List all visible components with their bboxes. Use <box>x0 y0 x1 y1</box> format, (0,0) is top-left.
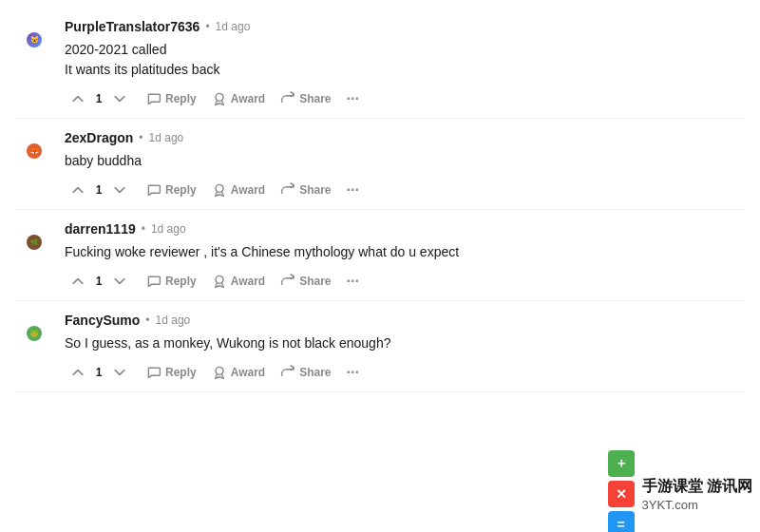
comment-timestamp: 1d ago <box>149 131 184 144</box>
comment-body: darren1119 • 1d ago Fucking woke reviewe… <box>65 221 745 293</box>
dot-separator: • <box>139 131 142 144</box>
award-label: Award <box>231 275 265 288</box>
upvote-button[interactable] <box>65 270 91 293</box>
award-label: Award <box>231 366 265 379</box>
more-button[interactable]: ··· <box>341 362 365 383</box>
comment-username: FancySumo <box>65 313 140 328</box>
comment-username: darren1119 <box>65 221 136 237</box>
reply-label: Reply <box>165 366 197 379</box>
downvote-icon <box>112 274 127 289</box>
award-button[interactable]: Award <box>206 179 271 201</box>
svg-point-5 <box>216 184 223 192</box>
comment-header: 2exDragon • 1d ago <box>65 130 745 145</box>
more-button[interactable]: ··· <box>341 180 365 200</box>
downvote-button[interactable] <box>106 87 133 110</box>
vote-group: 1 <box>65 87 133 110</box>
watermark-icon-close: ✕ <box>608 481 635 507</box>
comment-actions: 1 Reply Award <box>65 87 745 110</box>
svg-text:🐱: 🐱 <box>30 35 39 44</box>
comment-header: FancySumo • 1d ago <box>65 313 745 328</box>
comment-timestamp: 1d ago <box>151 222 186 236</box>
watermark-icon-add: ＋ <box>608 450 635 477</box>
reply-button[interactable]: Reply <box>141 87 202 110</box>
reply-button[interactable]: Reply <box>141 361 202 384</box>
downvote-icon <box>112 182 127 198</box>
upvote-button[interactable] <box>65 361 91 384</box>
upvote-button[interactable] <box>65 179 91 201</box>
watermark-icon-equals: = <box>608 511 635 532</box>
downvote-icon <box>112 91 127 106</box>
more-label: ··· <box>347 273 359 289</box>
comment-avatar: 🐸 <box>15 314 53 352</box>
downvote-button[interactable] <box>106 270 133 293</box>
comment-text: baby buddha <box>65 151 745 171</box>
svg-point-8 <box>216 276 223 283</box>
share-label: Share <box>299 92 331 105</box>
upvote-icon <box>70 274 86 289</box>
comment-avatar: 🦊 <box>15 132 53 170</box>
comment-timestamp: 1d ago <box>156 314 191 327</box>
vote-group: 1 <box>65 361 133 384</box>
vote-count: 1 <box>95 183 103 197</box>
comment-header: darren1119 • 1d ago <box>65 221 745 237</box>
award-button[interactable]: Award <box>206 87 271 110</box>
reply-label: Reply <box>165 275 197 288</box>
share-icon <box>280 182 295 198</box>
vote-count: 1 <box>95 366 103 379</box>
watermark-icons: ＋ ✕ = <box>608 450 635 532</box>
upvote-icon <box>70 365 86 380</box>
comment-text: Fucking woke reviewer , it's a Chinese m… <box>65 242 745 262</box>
share-button[interactable]: Share <box>275 179 336 201</box>
comment-username: PurpleTranslator7636 <box>65 19 200 34</box>
comment-body: PurpleTranslator7636 • 1d ago 2020-2021 … <box>65 19 745 110</box>
comment-item-4: 🐸 FancySumo • 1d ago So I guess, as a mo… <box>15 301 745 392</box>
vote-group: 1 <box>65 179 133 201</box>
comment-header: PurpleTranslator7636 • 1d ago <box>65 19 745 34</box>
downvote-button[interactable] <box>106 361 133 384</box>
dot-separator: • <box>142 222 145 236</box>
comment-text-line: 2020-2021 called <box>65 40 745 60</box>
upvote-button[interactable] <box>65 87 91 110</box>
reply-button[interactable]: Reply <box>141 270 202 293</box>
watermark-site: 手游课堂 游讯网 <box>642 476 752 497</box>
comment-item-1: 🐱 PurpleTranslator7636 • 1d ago 2020-202… <box>15 8 745 119</box>
share-label: Share <box>299 275 331 288</box>
more-button[interactable]: ··· <box>341 271 365 292</box>
share-button[interactable]: Share <box>275 87 336 110</box>
comment-item-2: 🦊 2exDragon • 1d ago baby buddha 1 <box>15 119 745 210</box>
more-label: ··· <box>347 181 359 198</box>
comments-container: 🐱 PurpleTranslator7636 • 1d ago 2020-202… <box>0 0 760 400</box>
share-icon <box>280 274 295 289</box>
comment-actions: 1 Reply Award <box>65 179 745 201</box>
svg-text:🌿: 🌿 <box>30 238 38 246</box>
comment-text-line: baby buddha <box>65 151 745 171</box>
share-label: Share <box>299 366 331 379</box>
comment-actions: 1 Reply Award <box>65 270 745 293</box>
reply-icon <box>146 365 162 380</box>
award-icon <box>212 274 227 289</box>
award-label: Award <box>231 183 265 197</box>
reply-icon <box>146 182 162 198</box>
share-button[interactable]: Share <box>275 361 336 384</box>
comment-body: 2exDragon • 1d ago baby buddha 1 <box>65 130 745 201</box>
reply-button[interactable]: Reply <box>141 179 202 201</box>
more-button[interactable]: ··· <box>341 88 365 109</box>
comment-text-line: Fucking woke reviewer , it's a Chinese m… <box>65 242 745 262</box>
downvote-icon <box>112 365 127 380</box>
watermark: ＋ ✕ = 手游课堂 游讯网 3YKT.com <box>551 456 760 532</box>
reply-label: Reply <box>165 183 197 197</box>
reply-icon <box>146 274 162 289</box>
award-icon <box>212 365 227 380</box>
vote-count: 1 <box>95 275 103 288</box>
more-label: ··· <box>347 90 359 106</box>
svg-point-11 <box>216 367 223 374</box>
award-button[interactable]: Award <box>206 270 271 293</box>
downvote-button[interactable] <box>106 179 133 201</box>
reply-label: Reply <box>165 92 197 105</box>
vote-count: 1 <box>95 92 103 105</box>
comment-avatar: 🌿 <box>15 223 53 261</box>
share-button[interactable]: Share <box>275 270 336 293</box>
svg-text:🐸: 🐸 <box>30 330 38 337</box>
award-button[interactable]: Award <box>206 361 271 384</box>
watermark-text-block: 手游课堂 游讯网 3YKT.com <box>642 476 752 511</box>
